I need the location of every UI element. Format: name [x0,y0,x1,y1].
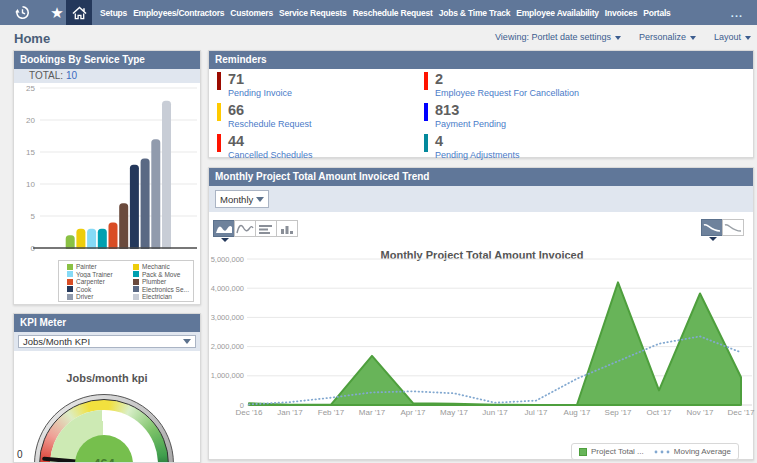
reminder-item: 66Reschedule Request [217,102,424,133]
reminder-label[interactable]: Reschedule Request [228,119,424,129]
svg-text:1,000,000: 1,000,000 [211,371,244,380]
legend-label: Pack & Move [142,271,180,278]
reminder-label[interactable]: Cancelled Schedules [228,150,424,160]
favorites-star-icon[interactable]: ★ [46,0,68,25]
bookings-panel-title: Bookings By Service Type [14,51,200,69]
nav-item-employees-contractors[interactable]: Employees/Contractors [133,8,224,18]
reminder-label[interactable]: Employee Request For Cancellation [435,88,747,98]
nav-overflow-button[interactable]: ... [731,0,743,25]
home-icon [72,6,87,20]
svg-text:Jul '17: Jul '17 [525,408,548,417]
monthly-invoiced-trend-panel: Monthly Project Total Amount Invoiced Tr… [208,167,754,460]
legend-swatch [67,271,73,277]
bookings-legend: PainterYoga TrainerCarpenterCookDriverMe… [58,260,194,302]
legend-label: Mechanic [142,263,170,270]
legend-item: Electronics Se... [133,286,193,294]
header-links: Viewing: Portlet date settings Personali… [495,32,751,42]
kpi-gauge-title: Jobs/month kpi [14,372,200,384]
legend-item: Carpenter [67,278,133,286]
svg-text:Dec '17: Dec '17 [728,408,755,417]
nav-item-reschedule-request[interactable]: Reschedule Request [353,8,433,18]
legend-item: Driver [67,293,133,301]
nav-item-employee-availability[interactable]: Employee Availability [516,8,599,18]
chevron-down-icon [690,36,696,40]
reminder-color-bar [217,103,221,121]
legend-label: Painter [76,263,97,270]
bookings-total: TOTAL: 10 [14,69,200,83]
legend-swatch [67,279,73,285]
reminder-item: 44Cancelled Schedules [217,133,424,164]
svg-text:25: 25 [26,84,35,93]
chevron-down-icon [183,339,191,344]
bookings-bar-chart: 0510152025 [14,83,200,255]
nav-menu: SetupsEmployees/ContractorsCustomersServ… [100,0,671,25]
svg-text:Nov '17: Nov '17 [687,408,714,417]
reminder-count: 4 [435,133,747,149]
legend-item: Mechanic [133,263,193,271]
legend-item: Painter [67,263,133,271]
home-tab[interactable] [66,0,92,25]
legend-item: Yoga Trainer [67,271,133,279]
reminders-grid: 71Pending Invoice2Employee Request For C… [217,71,747,164]
legend-swatch [133,286,139,292]
svg-text:Apr '17: Apr '17 [400,408,426,417]
monthly-chart-legend: Project Total ... Moving Average [571,443,739,460]
kpi-panel-title: KPI Meter [14,314,200,332]
svg-text:4,000,000: 4,000,000 [211,284,244,293]
reminder-count: 44 [228,133,424,149]
reminder-label[interactable]: Pending Invoice [228,88,424,98]
svg-text:5: 5 [31,212,36,221]
svg-text:20: 20 [26,116,35,125]
nav-item-service-requests[interactable]: Service Requests [279,8,347,18]
legend-label: Electronics Se... [142,286,189,293]
dashboard-page: ★ SetupsEmployees/ContractorsCustomersSe… [0,0,757,463]
layout-dropdown[interactable]: Layout [714,32,751,42]
reminder-color-bar [217,72,221,90]
nav-item-customers[interactable]: Customers [230,8,273,18]
bookings-by-service-type-panel: Bookings By Service Type TOTAL: 10 05101… [13,50,201,305]
svg-text:5,000,000: 5,000,000 [211,255,244,264]
reminder-count: 66 [228,102,424,118]
svg-text:Oct '17: Oct '17 [646,408,672,417]
reminder-label[interactable]: Payment Pending [435,119,747,129]
page-title: Home [14,31,50,46]
chevron-down-icon [615,36,621,40]
nav-item-setups[interactable]: Setups [100,8,127,18]
reminder-count: 2 [435,71,747,87]
kpi-dropdown-row: Jobs/Month KPI [14,332,200,351]
nav-item-portals[interactable]: Portals [643,8,670,18]
reminder-label[interactable]: Pending Adjustments [435,150,747,160]
svg-text:Dec '16: Dec '16 [236,408,263,417]
reminder-item: 813Payment Pending [424,102,747,133]
project-total-swatch [579,448,587,456]
kpi-select[interactable]: Jobs/Month KPI [18,335,196,348]
gauge-value: 464 [34,456,174,463]
moving-average-swatch [654,450,670,454]
legend-label: Plumber [142,278,166,285]
legend-moving-average[interactable]: Moving Average [654,447,731,456]
reminder-item: 4Pending Adjustments [424,133,747,164]
reminder-item: 71Pending Invoice [217,71,424,102]
svg-text:Aug '17: Aug '17 [564,408,591,417]
legend-swatch [133,294,139,300]
history-icon[interactable] [10,0,34,25]
reminder-color-bar [424,103,428,121]
bookings-total-value: 10 [66,70,77,81]
gauge-min-label: 0 [17,449,23,460]
reminder-item: 2Employee Request For Cancellation [424,71,747,102]
viewing-dropdown[interactable]: Viewing: Portlet date settings [495,32,621,42]
legend-label: Yoga Trainer [76,271,113,278]
svg-text:May '17: May '17 [440,408,468,417]
nav-item-invoices[interactable]: Invoices [605,8,637,18]
legend-swatch [67,286,73,292]
reminder-color-bar [424,134,428,152]
kpi-gauge: 464 [34,394,174,463]
legend-project-total[interactable]: Project Total ... [579,447,644,456]
nav-item-jobs-time-track[interactable]: Jobs & Time Track [439,8,511,18]
reminders-panel: Reminders 71Pending Invoice2Employee Req… [208,50,754,158]
svg-text:3,000,000: 3,000,000 [211,313,244,322]
svg-text:Jan '17: Jan '17 [277,408,303,417]
personalize-dropdown[interactable]: Personalize [639,32,696,42]
reminder-color-bar [424,72,428,90]
chevron-down-icon [745,36,751,40]
